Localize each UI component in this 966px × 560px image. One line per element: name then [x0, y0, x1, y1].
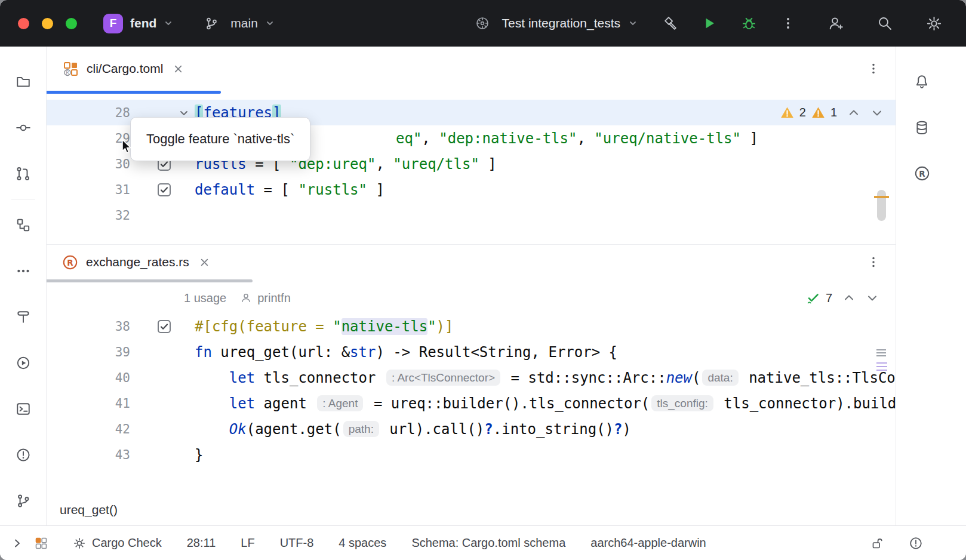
inspections-widget[interactable]: 2 1: [780, 100, 884, 125]
rust-file-icon: R: [62, 254, 78, 270]
author-hint[interactable]: printfn: [257, 291, 291, 305]
traffic-lights: [0, 18, 77, 29]
project-widget[interactable]: F fend: [103, 14, 173, 33]
tab-exchange-rates[interactable]: exchange_rates.rs: [86, 255, 189, 269]
target-platform-widget[interactable]: aarch64-apple-darwin: [590, 536, 706, 550]
search-everywhere-button[interactable]: [873, 11, 897, 35]
cargo-icon: [470, 11, 494, 35]
scrollbar-thumb[interactable]: [877, 190, 886, 221]
problems-tool-button[interactable]: [7, 432, 40, 478]
run-button[interactable]: [697, 11, 721, 35]
project-name: fend: [130, 16, 156, 30]
resolved-problems-widget[interactable]: 7: [806, 291, 879, 305]
error-indicator-icon[interactable]: [909, 536, 923, 550]
close-tab-icon[interactable]: [173, 64, 183, 74]
previous-issue-icon[interactable]: [847, 106, 860, 119]
cargo-toml-file-icon: R: [62, 60, 79, 77]
more-actions-button[interactable]: [776, 11, 800, 35]
author-icon: [241, 293, 251, 303]
close-window-button[interactable]: [18, 18, 29, 29]
rust-plugin-tool-button[interactable]: R: [905, 150, 939, 196]
tab-bar: R cli/Cargo.toml: [47, 47, 896, 91]
readonly-lock-icon[interactable]: [870, 537, 884, 550]
next-issue-icon[interactable]: [870, 106, 884, 119]
settings-gear-icon[interactable]: [922, 11, 946, 35]
run-configuration-selector[interactable]: Test integration_tests: [470, 11, 638, 35]
editor-pane-exchange-rates: R exchange_rates.rs 1 usage: [47, 245, 896, 525]
run-config-name: Test integration_tests: [502, 16, 620, 30]
services-tool-button[interactable]: [7, 340, 40, 386]
version-control-tool-button[interactable]: [7, 478, 40, 524]
code-vision-row: 1 usage printfn 7: [47, 282, 896, 313]
weak-warning-icon: [780, 106, 794, 119]
line-number: 40: [47, 371, 130, 385]
previous-issue-icon[interactable]: [842, 291, 856, 304]
editor-splitter: R cli/Cargo.toml 28[features]29eq", "dep…: [47, 47, 896, 525]
debug-button[interactable]: [737, 11, 761, 35]
svg-text:R: R: [919, 169, 925, 179]
code-line: 42 Ok(agent.get(path: url).call()?.into_…: [47, 416, 896, 442]
rust-editor[interactable]: 38#[cfg(feature = "native-tls")]39fn ure…: [47, 313, 896, 467]
indent-widget[interactable]: 4 spaces: [339, 536, 386, 550]
resolved-count: 7: [826, 291, 832, 305]
line-separator-widget[interactable]: LF: [241, 536, 254, 550]
structure-tool-button[interactable]: [7, 202, 40, 248]
close-tab-icon[interactable]: [199, 257, 210, 267]
feature-toggle-tooltip: Toggle feature `native-tls`: [130, 117, 310, 161]
code-text: }: [195, 447, 896, 463]
svg-text:R: R: [67, 257, 73, 267]
line-number: 31: [47, 183, 130, 197]
line-number: 43: [47, 448, 130, 462]
layout-grid-icon[interactable]: [35, 537, 48, 550]
right-toolbar: R: [896, 47, 966, 525]
encoding-widget[interactable]: UTF-8: [280, 536, 314, 550]
next-issue-icon[interactable]: [866, 291, 879, 304]
editor-pane-cargo-toml: R cli/Cargo.toml 28[features]29eq", "dep…: [47, 47, 896, 245]
ide-window: F fend main Test i: [0, 0, 966, 560]
project-tool-button[interactable]: [7, 59, 40, 104]
terminal-tool-button[interactable]: [7, 386, 40, 432]
schema-widget[interactable]: Schema: Cargo.toml schema: [411, 536, 565, 550]
tab-options-kebab-icon[interactable]: [867, 256, 880, 269]
mouse-cursor: [118, 138, 133, 156]
project-icon: F: [103, 14, 123, 33]
svg-text:R: R: [66, 70, 69, 76]
caret-position-widget[interactable]: 28:11: [187, 536, 216, 550]
change-marker: [876, 362, 887, 373]
warning-icon: [811, 106, 825, 119]
code-line: 41 let agent : Agent = ureq::builder().t…: [47, 390, 896, 416]
zoom-window-button[interactable]: [66, 18, 77, 29]
minimize-window-button[interactable]: [42, 18, 53, 29]
database-tool-button[interactable]: [905, 104, 939, 150]
code-text: let tls_connector : Arc<TlsConnector> = …: [195, 370, 896, 386]
build-tool-button[interactable]: [7, 294, 40, 340]
code-text: default = [ "rustls" ]: [195, 181, 896, 198]
pull-requests-tool-button[interactable]: [7, 150, 40, 196]
rail-divider: [11, 199, 35, 199]
titlebar: F fend main Test i: [0, 0, 966, 47]
tab-options-kebab-icon[interactable]: [867, 62, 880, 75]
usages-hint[interactable]: 1 usage: [184, 291, 226, 305]
gutter-feature-checkbox[interactable]: [158, 183, 171, 196]
gutter-feature-checkbox[interactable]: [158, 320, 171, 333]
line-number: 38: [47, 319, 130, 334]
warning-count: 1: [830, 106, 837, 119]
commit-tool-button[interactable]: [7, 104, 40, 150]
background-task-widget[interactable]: Cargo Check: [73, 536, 162, 550]
chevron-down-icon: [265, 19, 275, 28]
left-toolbar: [0, 47, 47, 525]
breadcrumb-item-function[interactable]: ureq_get(): [60, 503, 118, 517]
chevron-down-icon: [164, 19, 173, 28]
more-tools-button[interactable]: [7, 248, 40, 294]
tab-cargo-toml[interactable]: cli/Cargo.toml: [87, 61, 163, 76]
build-button[interactable]: [658, 11, 682, 35]
cargo-toml-editor[interactable]: 28[features]29eq", "dep:native-tls", "ur…: [47, 94, 896, 244]
notifications-tool-button[interactable]: [905, 59, 939, 104]
line-number: 28: [47, 106, 130, 120]
vcs-widget[interactable]: main: [199, 11, 275, 35]
code-with-me-button[interactable]: [824, 11, 848, 35]
scroll-progress-bar: [47, 279, 896, 282]
expand-toolwindow-chevron-icon[interactable]: [12, 538, 23, 549]
breadcrumb: ureq_get(): [47, 494, 896, 525]
task-gear-icon: [73, 537, 86, 550]
